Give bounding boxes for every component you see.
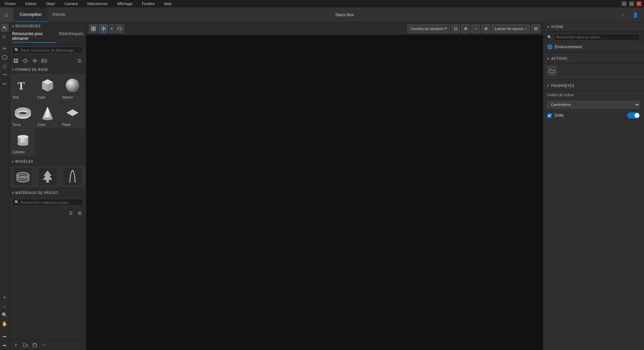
shape-cube[interactable]: Cube ⋮⋮ <box>36 74 60 101</box>
filter-all-btn[interactable] <box>12 57 20 64</box>
shape-torus-settings-icon[interactable]: ⋮⋮ <box>27 123 33 127</box>
delete-icon <box>32 343 37 347</box>
proprietes-header[interactable]: ▾ PROPRIÉTÉS <box>543 81 644 91</box>
model-curve[interactable] <box>60 166 85 187</box>
tab-libraries[interactable]: Bibliothèques <box>59 31 83 43</box>
transform-tool[interactable]: + <box>1 293 9 301</box>
tab-rendu[interactable]: Rendu <box>47 7 71 22</box>
shape-plane-settings-icon[interactable]: ⋮⋮ <box>76 123 83 127</box>
shape-cube-settings-icon[interactable]: ⋮⋮ <box>51 96 58 99</box>
grille-checkbox[interactable] <box>547 113 552 118</box>
menu-selectionner[interactable]: Sélectionner <box>85 2 110 6</box>
minimize-button[interactable]: ─ <box>622 1 626 6</box>
viewport-icon-3[interactable]: ↔ <box>471 24 480 33</box>
shape-text-settings-icon[interactable]: ⋮⋮ <box>27 96 33 99</box>
menu-aide[interactable]: Aide <box>162 2 174 6</box>
rayon-button[interactable]: Lancer de rayons ○ <box>492 24 530 33</box>
upload-button[interactable]: ↑ <box>618 10 628 20</box>
resources-search[interactable]: 🔍 <box>12 47 83 54</box>
grille-toggle[interactable] <box>627 112 640 118</box>
materiaux-list-view[interactable]: ☰ <box>67 209 75 217</box>
download-tool[interactable]: ↓ <box>1 302 9 310</box>
history-tool[interactable]: ↩ <box>1 80 9 88</box>
viewport-icon-1[interactable]: ⊡ <box>451 24 460 33</box>
rotate-tool-button[interactable] <box>115 24 124 33</box>
sculpt-tool[interactable]: 〜 <box>1 71 9 79</box>
actions-folder-button[interactable] <box>547 66 557 76</box>
actions-label: ACTIONS <box>551 57 568 60</box>
shape-tool[interactable]: ◻ <box>1 62 9 70</box>
pointer-tool[interactable]: ↖ <box>1 24 9 32</box>
shape-plane[interactable]: Plane ⋮⋮ <box>60 102 85 128</box>
search-tool[interactable]: 🔍 <box>1 311 9 319</box>
menu-edition[interactable]: Edition <box>23 2 39 6</box>
materiaux-search-input[interactable] <box>21 200 81 205</box>
menu-fenetre[interactable]: Fenêtre <box>140 2 157 6</box>
viewport-icon-4[interactable]: ⊗ <box>481 24 490 33</box>
restore-button[interactable]: □ <box>629 1 634 6</box>
materiaux-header[interactable]: ▾ MATÉRIAUX DE PROJET <box>9 189 86 197</box>
delete-resource-button[interactable] <box>31 341 38 349</box>
camera-dropdown[interactable]: Caméra du viewport ▾ <box>407 24 450 33</box>
actions-header[interactable]: ▾ ACTIONS <box>543 54 644 63</box>
add-resource-button[interactable]: + <box>12 341 20 349</box>
units-select[interactable]: Centimètres Mètres Millimètres Pouces Pi… <box>547 101 640 108</box>
shape-cylinder-settings-icon[interactable]: ⋮⋮ <box>27 150 33 154</box>
formes-header[interactable]: ▾ Formes de base <box>9 66 86 74</box>
grid-display-button[interactable]: ⊞ <box>531 24 540 33</box>
shape-cylinder[interactable]: Cylinder ⋮⋮ <box>11 129 35 156</box>
bottom-tool-2[interactable]: ▬ <box>1 341 9 349</box>
app-title: Sans titre <box>71 12 618 17</box>
move-tool-button[interactable] <box>99 24 108 33</box>
bottom-tool-1[interactable]: ▬ <box>1 332 9 340</box>
move-tool-icon <box>101 26 106 31</box>
filter-sphere-btn[interactable] <box>22 57 29 64</box>
shape-sphere-settings-icon[interactable]: ⋮⋮ <box>76 96 83 99</box>
list-view-btn[interactable]: ☰ <box>76 57 83 64</box>
scene-search-icon: 🔍 <box>547 35 552 39</box>
shape-text[interactable]: T Text ⋮⋮ <box>11 74 35 101</box>
model-rope[interactable] <box>11 166 35 187</box>
move-tool[interactable]: ✋ <box>1 320 9 328</box>
paint-tool[interactable]: ✏ <box>1 45 9 53</box>
shape-torus-label: Torus <box>12 123 21 127</box>
modeles-header[interactable]: ▾ Modèles <box>9 158 86 165</box>
menu-fichier[interactable]: Fichier <box>3 2 18 6</box>
material-tool[interactable] <box>1 53 9 61</box>
close-button[interactable]: ✕ <box>637 1 641 6</box>
shape-cone-settings-icon[interactable]: ⋮⋮ <box>51 123 58 127</box>
svg-marker-0 <box>2 55 7 60</box>
tab-starter-resources[interactable]: Ressources pour démarrer <box>12 31 56 43</box>
ressources-header[interactable]: ▾ RESSOURCES <box>9 22 86 30</box>
scene-item-environment[interactable]: 🌐 Environnement <box>543 43 644 51</box>
menu-objet[interactable]: Objet <box>44 2 57 6</box>
proprietes-chevron: ▾ <box>547 84 549 88</box>
resources-search-input[interactable] <box>21 48 81 52</box>
materiaux-search[interactable]: 🔍 <box>12 199 83 206</box>
open-resource-button[interactable] <box>22 341 29 349</box>
filter-light-btn[interactable] <box>31 57 38 64</box>
shape-cone[interactable]: Cone ⋮⋮ <box>36 102 60 128</box>
model-tree[interactable] <box>36 166 60 187</box>
svg-marker-30 <box>43 170 52 183</box>
tab-conception[interactable]: Conception <box>14 7 47 22</box>
rayon-icon: ○ <box>525 27 527 31</box>
shape-torus[interactable]: Torus ⋮⋮ <box>11 102 35 128</box>
more-resource-button[interactable]: ⋯ <box>40 341 48 349</box>
viewport-icon-2[interactable]: ⊕ <box>461 24 470 33</box>
select-tool[interactable]: ▷ <box>1 32 9 41</box>
scene-header[interactable]: ▾ SCÈNE <box>543 22 644 32</box>
shape-sphere[interactable]: Sphere ⋮⋮ <box>60 74 85 101</box>
scene-search[interactable]: 🔍 <box>543 32 644 43</box>
home-button[interactable]: ⌂ <box>0 7 13 22</box>
cube-shape-svg <box>39 77 56 93</box>
move-chevron[interactable]: ▾ <box>109 24 114 33</box>
menu-camera[interactable]: Caméra <box>62 2 80 6</box>
snap-button[interactable] <box>89 24 98 33</box>
rope-svg <box>15 168 31 185</box>
scene-search-input[interactable] <box>554 34 640 41</box>
materiaux-grid-view[interactable]: ⊞ <box>76 209 83 217</box>
filter-image-btn[interactable] <box>40 57 48 64</box>
user-button[interactable]: 👤 <box>631 10 640 20</box>
menu-affichage[interactable]: Affichage <box>115 2 135 6</box>
